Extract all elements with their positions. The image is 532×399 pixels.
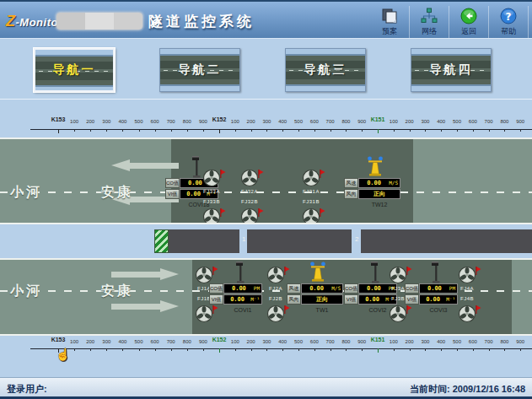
nav-button-3[interactable]: 导航三 (285, 48, 366, 92)
ruler-tick (489, 129, 490, 132)
tool-button-network[interactable]: 网络 (410, 6, 449, 38)
ruler-tick (410, 348, 411, 351)
distance-label: 700 (485, 339, 493, 344)
nav-button-4[interactable]: 导航四 (411, 48, 492, 92)
ruler-tick (219, 129, 220, 133)
distance-label: 100 (231, 119, 239, 124)
ruler-tick (171, 348, 172, 351)
readout-label: 风向 (344, 189, 358, 199)
distance-label: 700 (167, 119, 175, 124)
km-marker-label: K152 (212, 337, 227, 342)
ruler-tick (187, 129, 188, 132)
co-vi-detector-icon (234, 262, 246, 283)
readout-row: CO值0.00PM (209, 283, 262, 294)
ruler-tick (298, 348, 299, 351)
km-marker-label: K151 (371, 337, 385, 342)
window-title: 隧道监控系统 (148, 12, 255, 31)
co-vi-detector-icon (430, 262, 442, 283)
readout-value-box: 0.00PM (223, 283, 262, 294)
distance-label: 600 (469, 339, 477, 344)
distance-label: 600 (151, 119, 159, 124)
readout-value-box: 0.00M/S (358, 178, 400, 188)
svg-text:?: ? (506, 11, 512, 23)
ruler-tick (74, 348, 75, 351)
readout-value: 正向 (302, 297, 342, 303)
ruler-tick (74, 129, 75, 132)
distance-label: 500 (453, 119, 461, 124)
nav-button-2[interactable]: 导航二 (159, 48, 240, 92)
fan-label: FJ32B (234, 199, 265, 204)
redacted-area (56, 13, 142, 30)
distance-label: 200 (247, 339, 255, 344)
distance-label: 300 (421, 339, 429, 344)
ruler-tick (251, 129, 252, 132)
ruler-tick (457, 348, 458, 351)
distance-label: 400 (437, 119, 445, 124)
fan-unit-FJ33A[interactable]: FJ33AFJ33B (202, 169, 233, 224)
distance-label: 700 (485, 119, 493, 124)
fan-status-led (220, 170, 226, 178)
ruler-tick (314, 348, 315, 351)
distance-label: 800 (183, 339, 191, 344)
sensor-id-label: TW1 (301, 307, 343, 313)
tool-button-help[interactable]: ?帮助 (489, 6, 529, 38)
ruler-tick (473, 129, 474, 132)
fan-label: FJ33B (196, 199, 227, 204)
distance-label: 800 (500, 119, 508, 124)
fan-unit-FJ32A[interactable]: FJ32AFJ32B (240, 169, 271, 224)
fan-label: FJ33A (196, 189, 227, 194)
readout-value: 0.00 (420, 286, 449, 292)
nav-button-1[interactable]: 导航一 (34, 48, 115, 92)
ruler-tick (122, 348, 123, 351)
km-marker-label: K152 (212, 116, 227, 122)
readout-label: CO值 (344, 283, 358, 294)
fan-label: FJ4B (452, 296, 482, 301)
fan-unit-FJ4A[interactable]: FJ4AFJ4B (458, 266, 488, 326)
ruler-tick (155, 129, 156, 132)
tool-button-back[interactable]: 返回 (449, 6, 489, 38)
readout-value-box: 0.00M/S (301, 283, 343, 294)
distance-label: 500 (134, 119, 142, 124)
distance-label: 500 (294, 119, 303, 124)
fan-status-led (320, 170, 325, 178)
distance-label: 800 (341, 339, 350, 344)
ruler-tick (251, 348, 252, 351)
readout-value: 正向 (359, 191, 400, 197)
preplan-icon (381, 8, 398, 24)
tool-button-preplan[interactable]: 预案 (370, 6, 410, 38)
wind-sensor-TW1[interactable]: 风速0.00M/S风向正向TW1 (287, 262, 346, 314)
distance-label: 400 (118, 119, 126, 124)
ruler-tick (90, 129, 91, 132)
readout-row: CO值0.00PM (405, 283, 458, 294)
distance-label: 200 (247, 119, 255, 124)
ruler-tick (203, 348, 204, 351)
readout-unit: M/S (331, 286, 342, 291)
distance-label: 900 (516, 119, 524, 124)
readout-label: 风速 (287, 283, 301, 294)
ruler-tick (394, 348, 395, 351)
login-user-label: 登录用户: (7, 383, 47, 396)
help-icon: ? (500, 8, 517, 24)
readout-value-box: 正向 (301, 294, 343, 305)
tool-button-label: 帮助 (501, 26, 516, 37)
distance-label: 900 (516, 339, 524, 344)
fan-unit-FJ31A[interactable]: FJ31AFJ31B (302, 169, 332, 224)
fan-icon (202, 208, 221, 224)
wind-sensor-TW12[interactable]: 风速0.00M/S风向正向TW12 (344, 156, 403, 208)
ruler-tick (106, 348, 107, 351)
ruler-tick (139, 129, 140, 132)
ruler-tick (330, 348, 331, 351)
ruler-tick (106, 129, 107, 132)
place-label-destination: 安康 (101, 283, 133, 300)
distance-label: 300 (102, 339, 110, 344)
covi-sensor-COVI1[interactable]: CO值0.00PMVI值0.00M⁻¹COVI1 (209, 262, 268, 314)
distance-label: 700 (326, 119, 335, 124)
fan-icon (266, 305, 285, 323)
distance-label: 800 (500, 339, 508, 344)
distance-label: 500 (453, 339, 461, 344)
tool-button-label: 返回 (461, 26, 476, 37)
app-logo: Z-Monitor (6, 13, 62, 30)
ruler-tick (346, 348, 347, 351)
distance-label: 300 (102, 119, 110, 124)
toolbar: 预案网络返回?帮助 (370, 6, 529, 38)
